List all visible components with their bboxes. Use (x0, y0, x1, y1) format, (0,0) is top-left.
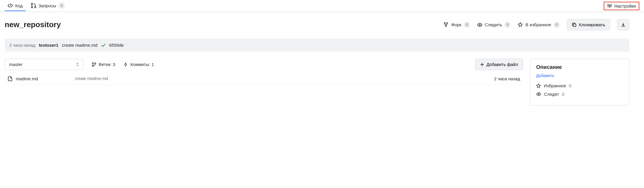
file-row[interactable]: readme.md create readme.md 2 часа назад (5, 72, 523, 85)
commits-stat[interactable]: Коммиты: 1 (123, 62, 154, 67)
sidebar-description-title: Описание (536, 64, 623, 70)
sidebar-favorites-label: Избранное (544, 83, 566, 88)
commits-label: Коммиты: 1 (130, 62, 154, 67)
main-area: master Ветки: 3 Коммиты: 1 (5, 59, 629, 106)
tab-code-label: Код (15, 3, 23, 8)
eye-icon (477, 22, 482, 27)
tab-settings[interactable]: Настройки (604, 2, 639, 10)
sidebar-watchers-count: 0 (562, 92, 564, 97)
tab-settings-label: Настройки (614, 4, 636, 8)
tabs-right: Настройки (604, 2, 639, 10)
commit-message[interactable]: create readme.md (62, 43, 98, 48)
clone-button[interactable]: Клонировать (567, 19, 610, 30)
requests-count-badge: 0 (58, 2, 65, 9)
watch-action[interactable]: Следить 0 (477, 22, 511, 28)
commit-bar: 2 часа назад testuser1 create readme.md … (5, 39, 629, 52)
star-count-badge: 0 (553, 22, 560, 28)
svg-point-9 (479, 24, 481, 25)
svg-point-2 (34, 6, 36, 8)
sidebar-watchers-label: Следят (544, 92, 559, 97)
watch-count-badge: 0 (504, 22, 511, 28)
file-name-cell: readme.md (8, 76, 75, 81)
branches-label: Ветки: 3 (99, 62, 115, 67)
right-column: Описание Добавить Избранное 0 Следят 0 (530, 59, 629, 106)
svg-point-5 (611, 5, 612, 6)
svg-point-6 (444, 22, 445, 24)
sidebar-description: Описание Добавить Избранное 0 Следят 0 (530, 59, 629, 106)
code-icon (8, 3, 13, 8)
star-icon (536, 83, 541, 88)
commit-user[interactable]: testuser1 (39, 43, 58, 48)
tab-code[interactable]: Код (5, 1, 26, 11)
left-column: master Ветки: 3 Коммиты: 1 (5, 59, 523, 85)
svg-point-13 (95, 63, 96, 64)
fork-action[interactable]: Форк 0 (444, 22, 470, 28)
file-commit-msg[interactable]: create readme.md (75, 76, 494, 81)
svg-rect-10 (573, 24, 576, 27)
tab-requests[interactable]: Запросы 0 (28, 0, 68, 12)
file-name[interactable]: readme.md (16, 76, 38, 81)
settings-icon (607, 4, 612, 8)
svg-point-8 (445, 25, 446, 27)
sidebar-add-description-link[interactable]: Добавить (536, 73, 554, 78)
repo-header: new_repository Форк 0 Следить 0 В (5, 19, 629, 30)
pull-request-icon (31, 3, 36, 8)
chevron-updown-icon (76, 62, 79, 67)
commit-hash[interactable]: 6559de (109, 43, 124, 48)
svg-point-15 (538, 93, 539, 95)
add-file-label: Добавить файл (487, 62, 518, 67)
sidebar-watchers-stat[interactable]: Следят 0 (536, 92, 623, 97)
fork-label: Форк (451, 22, 461, 27)
repo-title: new_repository (5, 20, 61, 29)
file-icon (8, 76, 13, 81)
main-container: new_repository Форк 0 Следить 0 В (0, 12, 634, 113)
svg-point-0 (31, 3, 33, 5)
tabs-left: Код Запросы 0 (5, 0, 68, 12)
star-icon (518, 22, 523, 27)
copy-icon (572, 22, 577, 27)
svg-point-1 (31, 6, 33, 8)
branch-select[interactable]: master (5, 59, 84, 70)
svg-point-14 (125, 64, 127, 65)
tab-requests-label: Запросы (39, 3, 56, 8)
file-time: 2 часа назад (494, 76, 520, 81)
download-icon (621, 22, 626, 27)
sidebar-favorites-stat[interactable]: Избранное 0 (536, 83, 623, 88)
eye-icon (536, 92, 541, 97)
svg-point-4 (609, 6, 610, 7)
add-file-button[interactable]: Добавить файл (475, 59, 523, 70)
repo-actions: Форк 0 Следить 0 В избранное 0 (444, 19, 629, 30)
branches-stat[interactable]: Ветки: 3 (92, 62, 115, 67)
svg-point-7 (446, 22, 448, 24)
tabs-bar: Код Запросы 0 Настройки (0, 0, 644, 12)
plus-icon (480, 62, 484, 67)
branch-icon (92, 62, 96, 67)
fork-count-badge: 0 (464, 22, 470, 28)
commit-time: 2 часа назад (9, 43, 35, 48)
download-button[interactable] (617, 19, 629, 30)
sidebar-favorites-count: 0 (569, 83, 571, 88)
fork-icon (444, 22, 449, 27)
star-label: В избранное (525, 22, 551, 27)
branch-select-value: master (9, 62, 22, 67)
svg-point-11 (92, 62, 94, 64)
star-action[interactable]: В избранное 0 (518, 22, 560, 28)
file-toolbar: master Ветки: 3 Коммиты: 1 (5, 59, 523, 70)
commit-icon (123, 62, 128, 67)
watch-label: Следить (485, 22, 502, 27)
check-icon (101, 43, 106, 48)
clone-label: Клонировать (579, 22, 605, 27)
svg-point-3 (608, 5, 609, 6)
